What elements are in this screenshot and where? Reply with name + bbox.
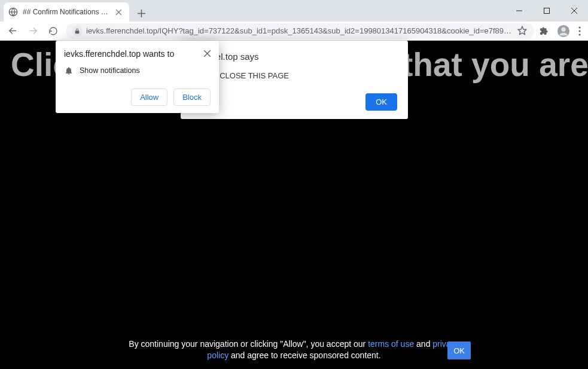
consent-pre: By continuing your navigation or clickin…	[129, 339, 368, 349]
url-text: ievks.fferenchdel.top/IQHY?tag_id=737122…	[86, 26, 514, 35]
lock-icon[interactable]	[72, 26, 83, 36]
globe-icon	[8, 7, 18, 17]
terms-of-use-link[interactable]: terms of use	[368, 339, 414, 349]
svg-rect-1	[544, 8, 550, 14]
tab-close-button[interactable]	[114, 7, 123, 17]
tab-bar: ## Confirm Notifications ##	[0, 0, 588, 22]
consent-mid: and	[414, 339, 432, 349]
consent-ok-button[interactable]: OK	[447, 341, 471, 359]
consent-post: and agree to receive sponsored content.	[229, 350, 381, 360]
forward-button[interactable]	[25, 23, 41, 39]
toolbar: ievks.fferenchdel.top/IQHY?tag_id=737122…	[0, 22, 588, 41]
svg-point-14	[561, 27, 565, 31]
back-button[interactable]	[5, 23, 20, 39]
notification-close-button[interactable]	[204, 49, 211, 59]
extensions-icon[interactable]	[539, 26, 549, 36]
notification-permission-dialog: ievks.fferenchdel.top wants to Show noti…	[56, 41, 219, 113]
minimize-button[interactable]	[505, 0, 533, 22]
allow-button[interactable]: Allow	[131, 89, 167, 106]
kebab-menu-icon[interactable]	[578, 26, 581, 36]
svg-point-16	[578, 30, 580, 32]
alert-message-text: OW TO CLOSE THIS PAGE	[191, 71, 397, 80]
reload-button[interactable]	[45, 23, 61, 39]
window-close-button[interactable]	[560, 0, 588, 22]
alert-ok-button[interactable]: OK	[365, 93, 397, 111]
tab-title: ## Confirm Notifications ##	[23, 8, 109, 16]
block-button[interactable]: Block	[173, 89, 211, 106]
svg-marker-12	[518, 26, 526, 34]
consent-text: By continuing your navigation or clickin…	[127, 338, 462, 362]
alert-source-text: enchdel.top says	[191, 51, 397, 62]
maximize-button[interactable]	[533, 0, 560, 22]
bookmark-star-icon[interactable]	[517, 26, 528, 36]
browser-tab[interactable]: ## Confirm Notifications ##	[4, 2, 129, 22]
notification-request-text: Show notifications	[80, 66, 140, 75]
notification-origin-text: ievks.fferenchdel.top wants to	[64, 49, 174, 59]
address-bar[interactable]: ievks.fferenchdel.top/IQHY?tag_id=737122…	[66, 23, 534, 39]
svg-point-15	[578, 26, 580, 28]
bell-icon	[64, 66, 74, 75]
profile-avatar-icon[interactable]	[557, 25, 570, 38]
new-tab-button[interactable]	[133, 5, 150, 22]
consent-bar: By continuing your navigation or clickin…	[0, 334, 588, 367]
svg-point-17	[578, 33, 580, 35]
